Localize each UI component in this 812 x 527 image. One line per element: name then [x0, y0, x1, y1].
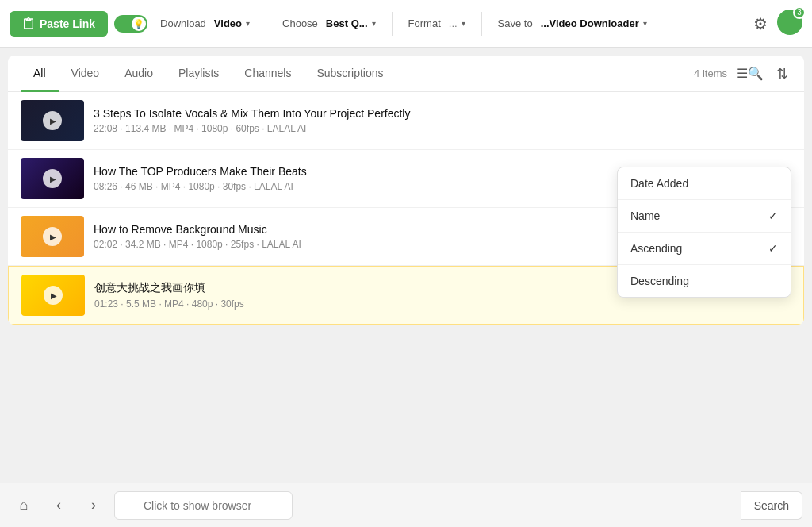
tab-playlists[interactable]: Playlists: [166, 56, 232, 92]
forward-button[interactable]: ›: [79, 491, 108, 520]
avatar-wrap: 3: [777, 10, 802, 38]
play-icon-1: [43, 111, 62, 130]
play-icon-3: [43, 227, 62, 246]
settings-button[interactable]: ⚙: [750, 11, 771, 37]
choose-label: Choose: [282, 17, 318, 29]
choose-chevron-icon: ▾: [372, 19, 376, 28]
save-value: ...Video Downloader: [541, 17, 639, 29]
back-button[interactable]: ‹: [44, 491, 73, 520]
browser-input-wrap: 🔍: [114, 491, 740, 520]
paste-icon: [22, 17, 35, 30]
download-dropdown[interactable]: Download Video ▾: [154, 13, 256, 34]
items-count: 4 items: [694, 67, 727, 79]
tabs-right: 4 items ☰🔍 ⇅: [694, 62, 791, 86]
sort-button[interactable]: ⇅: [773, 62, 791, 86]
download-chevron-icon: ▾: [246, 19, 250, 28]
divider-2: [392, 12, 393, 36]
download-label: Download: [160, 17, 206, 29]
save-chevron-icon: ▾: [643, 19, 647, 28]
sort-name-check: ✓: [768, 210, 778, 222]
sort-ascending-label: Ascending: [630, 242, 682, 255]
sort-descending[interactable]: Descending: [618, 265, 791, 297]
sort-ascending[interactable]: Ascending ✓: [618, 233, 791, 264]
toolbar-right: ⚙ 3: [750, 10, 802, 38]
play-icon-4: [44, 286, 63, 305]
notification-badge: 3: [793, 6, 806, 19]
sort-name[interactable]: Name ✓: [618, 200, 791, 232]
item-meta-1: 22:08 · 113.4 MB · MP4 · 1080p · 60fps ·…: [94, 123, 791, 134]
sort-name-label: Name: [630, 210, 660, 222]
thumbnail-2: [21, 158, 84, 199]
item-title-1: 3 Steps To Isolate Vocals & Mix Them Int…: [94, 107, 791, 120]
item-meta-4: 01:23 · 5.5 MB · MP4 · 480p · 30fps: [94, 298, 791, 310]
tab-all[interactable]: All: [21, 56, 59, 92]
format-chevron-icon: ▾: [462, 19, 465, 28]
paste-link-button[interactable]: Paste Link: [10, 11, 108, 37]
sort-ascending-check: ✓: [768, 242, 778, 255]
tab-channels[interactable]: Channels: [232, 56, 304, 92]
download-type: Video: [214, 17, 242, 29]
thumbnail-4: [21, 275, 85, 316]
tab-video[interactable]: Video: [59, 56, 113, 92]
save-dropdown[interactable]: Save to ...Video Downloader ▾: [492, 13, 653, 34]
format-value: ...: [449, 17, 458, 29]
tabs-bar: All Video Audio Playlists Channels Subsc…: [8, 56, 804, 92]
sort-date-added[interactable]: Date Added: [618, 167, 791, 199]
sort-descending-label: Descending: [630, 275, 689, 287]
bulb-icon: 💡: [133, 18, 144, 29]
browser-address-input[interactable]: [114, 491, 293, 520]
item-info-1: 3 Steps To Isolate Vocals & Mix Them Int…: [94, 107, 791, 134]
tab-audio[interactable]: Audio: [112, 56, 166, 92]
bottom-bar: ⌂ ‹ › 🔍 Search: [0, 483, 812, 527]
sort-date-added-label: Date Added: [630, 177, 688, 190]
paste-link-label: Paste Link: [40, 17, 95, 30]
save-label: Save to: [498, 17, 533, 29]
choose-dropdown[interactable]: Choose Best Q... ▾: [276, 13, 382, 34]
thumbnail-3: [21, 216, 84, 257]
search-submit-button[interactable]: Search: [741, 491, 802, 520]
home-button[interactable]: ⌂: [10, 491, 38, 520]
play-icon-2: [43, 169, 62, 188]
toolbar: Paste Link 💡 Download Video ▾ Choose Bes…: [0, 0, 812, 48]
divider-1: [266, 12, 266, 36]
sort-dropdown-menu: Date Added Name ✓ Ascending ✓ Descending: [617, 167, 791, 298]
tab-subscriptions[interactable]: Subscriptions: [304, 56, 396, 92]
choose-value: Best Q...: [326, 17, 368, 29]
format-dropdown[interactable]: Format ... ▾: [402, 13, 472, 34]
divider-3: [481, 12, 482, 36]
toggle-switch[interactable]: 💡: [114, 15, 147, 33]
list-search-button[interactable]: ☰🔍: [733, 63, 767, 84]
list-item[interactable]: 3 Steps To Isolate Vocals & Mix Them Int…: [8, 92, 804, 150]
format-label: Format: [408, 17, 441, 29]
thumbnail-1: [21, 100, 84, 141]
main-panel: All Video Audio Playlists Channels Subsc…: [8, 56, 804, 325]
